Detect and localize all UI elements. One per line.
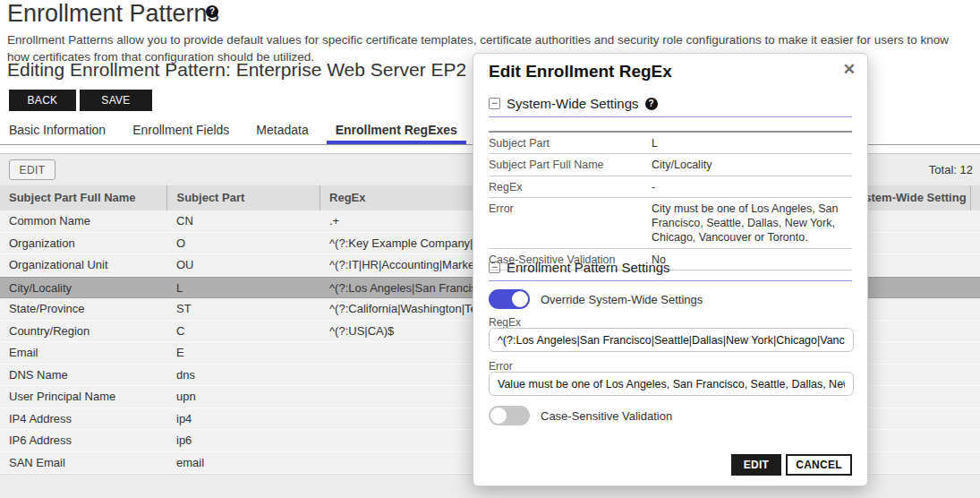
back-button[interactable]: BACK — [9, 90, 76, 111]
system-setting-row-regex: RegEx- — [489, 176, 852, 198]
column-header-subject-part-full-name[interactable]: Subject Part Full Name — [0, 185, 166, 210]
cell-full-name: Common Name — [0, 210, 167, 232]
section-label: System-Wide Settings — [507, 96, 639, 111]
total-count: Total: 12 — [929, 163, 973, 176]
system-setting-row-subject-part-full-name: Subject Part Full NameCity/Locality — [489, 154, 852, 176]
error-input[interactable] — [489, 372, 854, 396]
toggle-knob — [512, 291, 528, 307]
column-header-subject-part[interactable]: Subject Part — [166, 185, 320, 210]
modal-edit-button[interactable]: EDIT — [731, 454, 782, 476]
cell-full-name: IP4 Address — [0, 408, 167, 430]
cell-full-name: SAN Email — [0, 452, 167, 474]
system-wide-settings-section-header: − System-Wide Settings ? — [489, 96, 658, 111]
column-header-spacer — [970, 185, 980, 210]
tab-metadata[interactable]: Metadata — [247, 119, 317, 144]
cell-full-name: DNS Name — [0, 365, 167, 386]
setting-value: - — [652, 180, 852, 194]
cell-full-name: City/Locality — [0, 278, 167, 298]
cell-part: dns — [167, 365, 320, 386]
cell-part: ip4 — [167, 408, 320, 430]
editing-pattern-title: Editing Enrollment Pattern: Enterprise W… — [7, 59, 466, 81]
cell-part: ST — [167, 298, 320, 320]
cell-part: upn — [167, 386, 320, 408]
table-edit-button[interactable]: EDIT — [9, 159, 55, 180]
save-button[interactable]: SAVE — [80, 90, 152, 111]
cell-part: ip6 — [167, 430, 320, 451]
section-underline — [489, 280, 852, 281]
cell-full-name: Organizational Unit — [0, 254, 167, 276]
modal-title: Edit Enrollment RegEx — [489, 62, 672, 82]
cell-full-name: Country/Region — [0, 321, 167, 342]
page-title: Enrollment Patterns — [7, 0, 219, 28]
system-setting-row-subject-part: Subject PartL — [489, 133, 852, 154]
setting-label: Subject Part Full Name — [489, 158, 652, 172]
cell-full-name: State/Province — [0, 298, 167, 320]
tab-basic-information[interactable]: Basic Information — [0, 119, 115, 144]
modal-buttons: EDIT CANCEL — [731, 454, 852, 476]
cell-part: L — [167, 278, 320, 298]
help-icon[interactable]: ? — [206, 5, 218, 18]
enrollment-pattern-settings-section-header: − Enrollment Pattern Settings — [489, 260, 670, 275]
setting-value: No — [652, 253, 852, 267]
cell-full-name: Organization — [0, 233, 167, 254]
setting-label: Subject Part — [489, 136, 652, 150]
system-settings-table: Subject PartLSubject Part Full NameCity/… — [489, 131, 852, 270]
toggle-knob — [490, 408, 507, 424]
edit-enrollment-regex-modal: Edit Enrollment RegEx ✕ − System-Wide Se… — [473, 53, 868, 486]
collapse-icon[interactable]: − — [489, 262, 500, 273]
setting-label: RegEx — [489, 180, 652, 194]
system-setting-row-error: ErrorCity must be one of Los Angeles, Sa… — [489, 198, 852, 249]
setting-label: Error — [489, 202, 652, 245]
section-label: Enrollment Pattern Settings — [507, 260, 670, 275]
collapse-icon[interactable]: − — [489, 98, 500, 109]
close-icon[interactable]: ✕ — [843, 60, 856, 79]
cell-part: OU — [167, 254, 320, 276]
section-underline — [489, 116, 852, 117]
screen: Enrollment Patterns ? Enrollment Pattern… — [0, 0, 980, 498]
setting-value: City/Locality — [652, 158, 852, 172]
regex-field-label: RegEx — [489, 316, 521, 329]
cell-part: C — [167, 321, 320, 342]
cell-part: O — [167, 233, 320, 254]
setting-value: City must be one of Los Angeles, San Fra… — [652, 202, 852, 245]
modal-cancel-button[interactable]: CANCEL — [786, 454, 852, 476]
cell-part: email — [167, 452, 320, 474]
override-toggle-row: Override System-Wide Settings — [489, 289, 703, 309]
cell-full-name: User Principal Name — [0, 386, 167, 408]
tab-enrollment-fields[interactable]: Enrollment Fields — [124, 119, 238, 144]
cell-full-name: IP6 Address — [0, 430, 167, 451]
case-sensitive-toggle[interactable] — [489, 406, 530, 425]
toggle-label: Override System-Wide Settings — [541, 293, 703, 306]
cell-full-name: Email — [0, 342, 167, 364]
cell-part: E — [167, 342, 320, 364]
help-icon[interactable]: ? — [645, 98, 658, 110]
case-sensitive-toggle-row: Case-Sensitive Validation — [489, 406, 672, 425]
tab-enrollment-regexes[interactable]: Enrollment RegExes — [327, 119, 466, 144]
override-system-wide-toggle[interactable] — [489, 289, 530, 309]
setting-value: L — [652, 136, 852, 150]
toggle-label: Case-Sensitive Validation — [541, 409, 672, 423]
regex-input[interactable] — [489, 328, 854, 352]
error-field-label: Error — [489, 360, 513, 373]
cell-part: CN — [167, 210, 320, 232]
